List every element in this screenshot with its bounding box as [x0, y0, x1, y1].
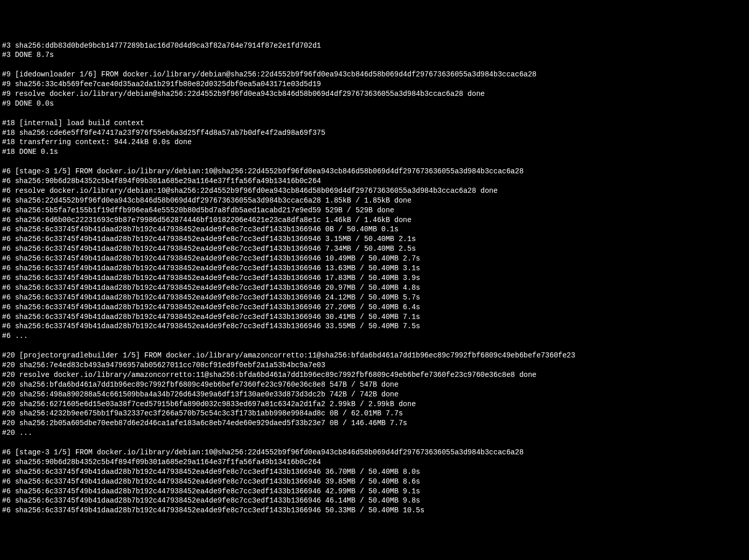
- terminal-line: #20 sha256:6271605e6d15e03a38f7ced57915b…: [2, 399, 747, 409]
- terminal-line: #6 sha256:6c33745f49b41daad28b7b192c4479…: [2, 244, 747, 254]
- terminal-line: #6 sha256:6c33745f49b41daad28b7b192c4479…: [2, 496, 747, 506]
- terminal-line: #6 sha256:6c33745f49b41daad28b7b192c4479…: [2, 254, 747, 264]
- terminal-line: #6 sha256:6c33745f49b41daad28b7b192c4479…: [2, 264, 747, 273]
- terminal-line: #6 sha256:22d4552b9f96fd0ea943cb846d58b0…: [2, 196, 747, 206]
- terminal-line: #20 sha256:2b05a605dbe70eeb87d6e2d46ca1a…: [2, 418, 747, 428]
- terminal-line: #6 sha256:90b6d28b4352c5b4f894f09b301a68…: [2, 457, 747, 467]
- terminal-line: #20 sha256:4232b9ee675bb1f9a32337ec3f266…: [2, 409, 747, 418]
- terminal-line: #18 DONE 0.1s: [2, 147, 747, 157]
- terminal-line: [2, 438, 747, 448]
- terminal-line: #6 resolve docker.io/library/debian:10@s…: [2, 186, 747, 196]
- terminal-output: #3 sha256:ddb83d0bde9bcb14777289b1ac16d7…: [2, 41, 747, 516]
- terminal-line: #9 sha256:33c4b569fee7cae40d35aa2da1b291…: [2, 79, 747, 89]
- terminal-line: #6 sha256:6c33745f49b41daad28b7b192c4479…: [2, 322, 747, 331]
- terminal-line: #6 sha256:6c33745f49b41daad28b7b192c4479…: [2, 293, 747, 303]
- terminal-line: #9 [idedownloader 1/6] FROM docker.io/li…: [2, 70, 747, 79]
- terminal-line: #20 resolve docker.io/library/amazoncorr…: [2, 370, 747, 380]
- terminal-line: #20 sha256:498a890288a54c661509bba4a34b7…: [2, 390, 747, 399]
- terminal-line: #20 ...: [2, 428, 747, 438]
- terminal-line: #6 sha256:6c33745f49b41daad28b7b192c4479…: [2, 487, 747, 496]
- terminal-line: #6 sha256:6c33745f49b41daad28b7b192c4479…: [2, 303, 747, 312]
- terminal-line: [2, 109, 747, 118]
- terminal-line: #18 [internal] load build context: [2, 118, 747, 128]
- terminal-line: #6 sha256:6c33745f49b41daad28b7b192c4479…: [2, 312, 747, 322]
- terminal-line: [2, 341, 747, 351]
- terminal-line: #6 sha256:5b5fa7e155b1f19dffb996ea64e555…: [2, 206, 747, 215]
- terminal-line: #6 sha256:6c33745f49b41daad28b7b192c4479…: [2, 283, 747, 293]
- terminal-line: #20 sha256:7e4ed83cb493a94796957ab056270…: [2, 361, 747, 370]
- terminal-line: #3 sha256:ddb83d0bde9bcb14777289b1ac16d7…: [2, 41, 747, 51]
- terminal-line: [2, 157, 747, 167]
- terminal-line: #20 [projectorgradlebuilder 1/5] FROM do…: [2, 351, 747, 361]
- terminal-line: #18 sha256:cde6e5ff9fe47417a23f976f55eb6…: [2, 128, 747, 138]
- terminal-line: #6 [stage-3 1/5] FROM docker.io/library/…: [2, 448, 747, 457]
- terminal-line: #6 sha256:6d6b00c22231693c9b87e79986d562…: [2, 215, 747, 225]
- terminal-line: [2, 60, 747, 70]
- terminal-line: #6 sha256:90b6d28b4352c5b4f894f09b301a68…: [2, 176, 747, 186]
- terminal-line: #6 sha256:6c33745f49b41daad28b7b192c4479…: [2, 234, 747, 244]
- terminal-line: #6 sha256:6c33745f49b41daad28b7b192c4479…: [2, 273, 747, 283]
- terminal-line: #6 ...: [2, 331, 747, 341]
- terminal-line: #6 sha256:6c33745f49b41daad28b7b192c4479…: [2, 477, 747, 487]
- terminal-line: #6 [stage-3 1/5] FROM docker.io/library/…: [2, 167, 747, 176]
- terminal-line: #3 DONE 8.7s: [2, 50, 747, 60]
- terminal-line: #9 DONE 0.0s: [2, 99, 747, 109]
- terminal-line: #6 sha256:6c33745f49b41daad28b7b192c4479…: [2, 467, 747, 477]
- terminal-line: #18 transferring context: 944.24kB 0.0s …: [2, 137, 747, 147]
- terminal-line: #6 sha256:6c33745f49b41daad28b7b192c4479…: [2, 506, 747, 515]
- terminal-line: #20 sha256:bfda6bd461a7dd1b96ec89c7992fb…: [2, 380, 747, 390]
- terminal-line: #6 sha256:6c33745f49b41daad28b7b192c4479…: [2, 225, 747, 234]
- terminal-line: #9 resolve docker.io/library/debian@sha2…: [2, 89, 747, 99]
